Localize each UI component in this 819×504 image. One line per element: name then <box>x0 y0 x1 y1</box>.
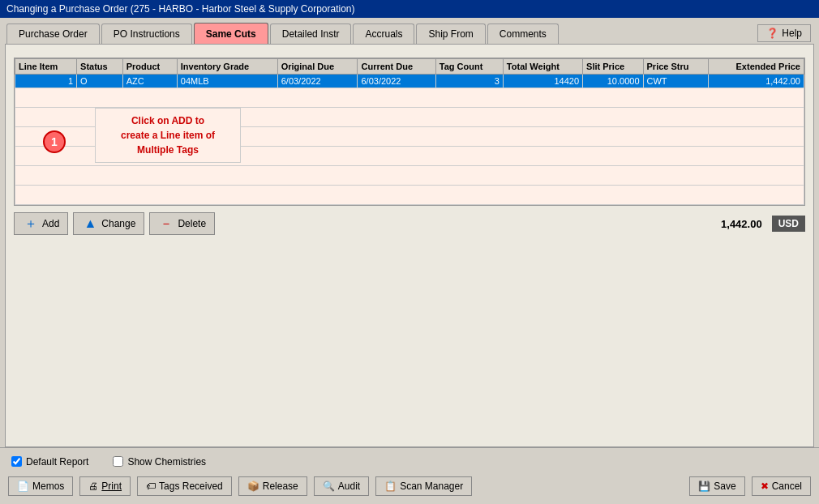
total-price: 1,442.00 <box>721 218 762 230</box>
cell-extended-price: 1,442.00 <box>709 75 804 88</box>
show-chemistries-label: Show Chemistries <box>127 456 206 468</box>
currency-badge: USD <box>772 216 805 232</box>
col-header-extended-price: Extended Price <box>709 59 804 75</box>
cell-current-due: 6/03/2022 <box>358 75 435 88</box>
cell-total-weight: 14420 <box>503 75 582 88</box>
release-icon: 📦 <box>247 481 259 492</box>
show-chemistries-checkbox-item: Show Chemistries <box>113 456 206 468</box>
col-header-slit-price: Slit Price <box>583 59 643 75</box>
cell-line-item: 1 <box>15 75 77 88</box>
cell-status: O <box>77 75 123 88</box>
tags-received-button[interactable]: 🏷 Tags Received <box>137 476 232 496</box>
help-icon: ❓ <box>766 28 778 39</box>
content-area: Line Item Status Product Inventory Grade… <box>5 44 814 447</box>
table-wrapper: Line Item Status Product Inventory Grade… <box>14 58 805 206</box>
cell-price-stru: CWT <box>643 75 709 88</box>
col-header-status: Status <box>77 59 123 75</box>
tab-same-cuts[interactable]: Same Cuts <box>194 23 268 44</box>
memos-icon: 📄 <box>17 481 29 492</box>
bottom-checkboxes: Default Report Show Chemistries <box>8 456 811 468</box>
col-header-line-item: Line Item <box>15 59 77 75</box>
col-header-current-due: Current Due <box>358 59 435 75</box>
tabs-row: Purchase Order PO Instructions Same Cuts… <box>0 18 819 44</box>
col-header-product: Product <box>122 59 177 75</box>
default-report-label: Default Report <box>26 456 88 468</box>
cancel-button[interactable]: ✖ Cancel <box>752 476 811 496</box>
bottom-buttons: 📄 Memos 🖨 Print 🏷 Tags Received 📦 Releas… <box>8 476 811 496</box>
col-header-inventory-grade: Inventory Grade <box>177 59 277 75</box>
table-row[interactable]: 1 O AZC 04MLB 6/03/2022 6/03/2022 3 1442… <box>15 75 804 88</box>
audit-icon: 🔍 <box>323 481 335 492</box>
print-button[interactable]: 🖨 Print <box>79 476 131 496</box>
default-report-checkbox-item: Default Report <box>11 456 88 468</box>
title-text: Changing a Purchase Order (275 - HARBO -… <box>6 3 355 15</box>
tooltip-bubble: Click on ADD to create a Line item of Mu… <box>95 108 241 163</box>
memos-button[interactable]: 📄 Memos <box>8 476 73 496</box>
title-bar: Changing a Purchase Order (275 - HARBO -… <box>0 0 819 18</box>
cell-slit-price: 10.0000 <box>583 75 643 88</box>
cell-product: AZC <box>122 75 177 88</box>
add-button[interactable]: ＋ Add <box>14 212 68 235</box>
col-header-price-stru: Price Stru <box>643 59 709 75</box>
table-row-empty-6 <box>15 186 804 205</box>
cell-original-due: 6/03/2022 <box>277 75 358 88</box>
show-chemistries-checkbox[interactable] <box>113 456 123 467</box>
tab-purchase-order[interactable]: Purchase Order <box>6 23 100 44</box>
audit-button[interactable]: 🔍 Audit <box>314 476 369 496</box>
tab-ship-from[interactable]: Ship From <box>416 23 485 44</box>
print-icon: 🖨 <box>88 481 98 492</box>
col-header-tag-count: Tag Count <box>435 59 503 75</box>
save-button[interactable]: 💾 Save <box>689 476 744 496</box>
tab-detailed-instr[interactable]: Detailed Instr <box>270 23 352 44</box>
cell-inventory-grade: 04MLB <box>177 75 277 88</box>
table-row-empty-5 <box>15 166 804 186</box>
tab-comments[interactable]: Comments <box>487 23 559 44</box>
help-button[interactable]: ❓ Help <box>757 24 811 42</box>
bottom-bar: Default Report Show Chemistries 📄 Memos … <box>0 447 819 504</box>
cell-tag-count: 3 <box>435 75 503 88</box>
change-icon: ▲ <box>82 216 98 232</box>
tab-po-instructions[interactable]: PO Instructions <box>101 23 192 44</box>
step-badge-1: 1 <box>43 130 66 153</box>
cancel-icon: ✖ <box>761 481 769 492</box>
scan-manager-button[interactable]: 📋 Scan Manager <box>375 476 472 496</box>
tab-accruals[interactable]: Accruals <box>353 23 414 44</box>
toolbar-row: ＋ Add ▲ Change － Delete 1,442.00 USD <box>14 212 805 235</box>
col-header-original-due: Original Due <box>277 59 358 75</box>
tags-received-icon: 🏷 <box>146 481 156 492</box>
main-container: Purchase Order PO Instructions Same Cuts… <box>0 18 819 504</box>
table-row-empty-1 <box>15 88 804 108</box>
default-report-checkbox[interactable] <box>11 456 22 467</box>
change-button[interactable]: ▲ Change <box>73 212 144 235</box>
release-button[interactable]: 📦 Release <box>238 476 307 496</box>
add-icon: ＋ <box>23 216 39 232</box>
col-header-total-weight: Total Weight <box>503 59 582 75</box>
save-icon: 💾 <box>698 481 710 492</box>
scan-manager-icon: 📋 <box>384 481 397 492</box>
delete-button[interactable]: － Delete <box>149 212 215 235</box>
delete-icon: － <box>158 216 174 232</box>
